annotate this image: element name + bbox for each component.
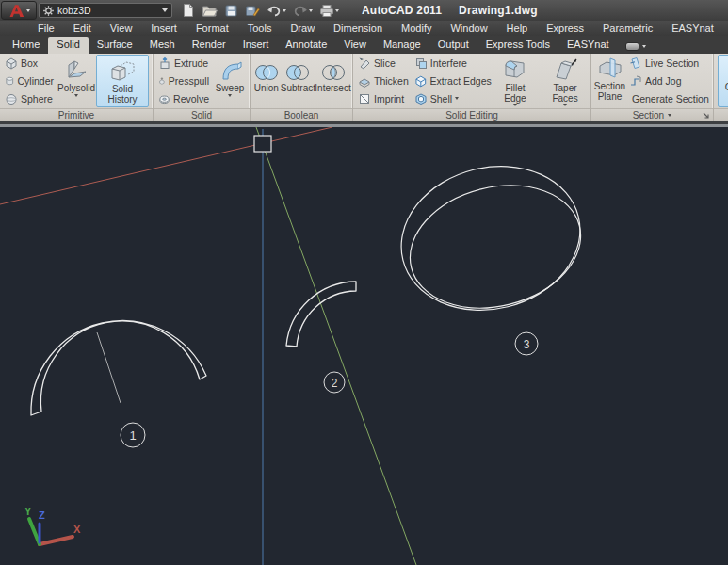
interfere-icon <box>414 56 428 70</box>
redo-button[interactable] <box>292 2 314 19</box>
menu-item-help[interactable]: Help <box>497 21 538 36</box>
extrude-button[interactable]: Extrude <box>155 55 212 72</box>
save-as-button[interactable] <box>244 2 261 19</box>
interfere-button[interactable]: Interfere <box>412 55 494 72</box>
taper-faces-button[interactable]: Taper Faces <box>542 55 589 107</box>
menu-item-dimension[interactable]: Dimension <box>324 21 392 36</box>
tab-easynat[interactable]: EASYnat <box>558 37 618 54</box>
open-button[interactable] <box>201 2 218 19</box>
sweep-icon <box>217 57 243 82</box>
panel-boolean: Union Subtract Intersect <box>251 54 353 121</box>
tab-insert[interactable]: Insert <box>235 37 278 54</box>
shell-button[interactable]: Shell <box>412 90 494 107</box>
menu-item-format[interactable]: Format <box>186 21 238 36</box>
sweep-caret-icon <box>228 94 232 97</box>
plot-button[interactable] <box>318 2 340 19</box>
live-section-button[interactable]: Live Section <box>626 55 711 72</box>
arc-band-1[interactable] <box>31 320 206 415</box>
polysolid-button[interactable]: Polysolid <box>57 55 96 107</box>
generate-section-button[interactable]: Generate Section <box>626 90 711 107</box>
menu-item-insert[interactable]: Insert <box>141 21 186 36</box>
add-jog-label: Add Jog <box>645 75 682 87</box>
sphere-button[interactable]: Sphere <box>2 90 57 107</box>
intersect-button[interactable]: Intersect <box>315 55 350 107</box>
model-space[interactable]: 1 2 3 X Y <box>0 127 728 565</box>
workspace-switcher[interactable]: kobz3D <box>39 3 172 18</box>
tab-surface[interactable]: Surface <box>89 37 141 54</box>
fillet-edge-label: Fillet Edge <box>494 84 536 104</box>
ucs-y-label: Y <box>24 506 32 517</box>
panel-title-section[interactable]: Section <box>591 108 713 121</box>
menu-item-file[interactable]: File <box>28 21 64 36</box>
union-button[interactable]: Union <box>252 55 281 107</box>
culling-button[interactable]: Culling <box>718 55 728 107</box>
generate-section-label: Generate Section <box>632 93 709 105</box>
section-dialog-launcher-icon[interactable] <box>703 112 710 120</box>
minimize-ribbon-button[interactable] <box>625 42 646 51</box>
shell-label: Shell <box>430 93 452 105</box>
presspull-button[interactable]: Presspull <box>155 73 212 89</box>
plot-caret-icon <box>335 9 339 12</box>
thicken-icon <box>358 74 371 88</box>
tab-home[interactable]: Home <box>4 37 48 54</box>
arc-band-2[interactable] <box>286 282 356 347</box>
extrude-label: Extrude <box>174 57 208 69</box>
tab-mesh[interactable]: Mesh <box>141 37 184 54</box>
thicken-button[interactable]: Thicken <box>355 73 412 89</box>
minimize-ribbon-caret-icon <box>642 45 646 48</box>
tab-view[interactable]: View <box>335 37 375 54</box>
imprint-button[interactable]: Imprint <box>355 90 412 107</box>
polysolid-caret-icon <box>74 94 78 97</box>
section-plane-button[interactable]: Section Plane <box>593 55 626 107</box>
polysolid-icon <box>63 57 89 82</box>
revolve-label: Revolve <box>173 93 209 105</box>
document-title: Drawing1.dwg <box>459 4 538 17</box>
tab-solid[interactable]: Solid <box>48 37 88 54</box>
tab-render[interactable]: Render <box>184 37 235 54</box>
add-jog-button[interactable]: Add Jog <box>626 73 711 89</box>
ring-3[interactable] <box>386 148 596 329</box>
tab-output[interactable]: Output <box>429 37 477 54</box>
menu-item-express[interactable]: Express <box>537 21 593 36</box>
menu-item-parametric[interactable]: Parametric <box>593 21 662 36</box>
undo-button[interactable] <box>266 2 287 19</box>
save-button[interactable] <box>223 2 239 19</box>
union-icon <box>253 63 280 82</box>
new-button[interactable] <box>180 2 196 19</box>
menu-item-draw[interactable]: Draw <box>281 21 324 36</box>
extract-edges-button[interactable]: Extract Edges <box>412 73 494 89</box>
fillet-edge-button[interactable]: Fillet Edge <box>494 55 536 107</box>
autocad-logo-icon <box>8 4 24 18</box>
title-bar: kobz3D <box>0 0 728 21</box>
menu-item-easynat[interactable]: EASYnat <box>662 21 723 36</box>
printer-icon <box>319 4 334 18</box>
arc-1-radius-line[interactable] <box>97 332 121 403</box>
box-button[interactable]: Box <box>2 55 57 72</box>
sweep-button[interactable]: Sweep <box>212 55 248 107</box>
cylinder-button[interactable]: Cylinder <box>2 73 57 89</box>
tab-manage[interactable]: Manage <box>375 37 429 54</box>
panel-title-solid: Solid <box>154 108 250 121</box>
taper-faces-label: Taper Faces <box>542 84 589 104</box>
extract-edges-icon <box>414 74 428 88</box>
application-menu-button[interactable] <box>1 1 37 20</box>
menu-item-tools[interactable]: Tools <box>238 21 282 36</box>
presspull-icon <box>158 74 166 88</box>
menu-item-modify[interactable]: Modify <box>392 21 441 36</box>
panel-selection: Culling <box>714 54 728 121</box>
ucs-y-arm <box>29 519 40 544</box>
drawing-canvas[interactable]: 1 2 3 X Y <box>0 127 728 565</box>
revolve-button[interactable]: Revolve <box>155 90 212 107</box>
tab-express-tools[interactable]: Express Tools <box>477 37 558 54</box>
intersect-label: Intersect <box>315 84 350 94</box>
tab-annotate[interactable]: Annotate <box>277 37 335 54</box>
menu-item-edit[interactable]: Edit <box>64 21 101 36</box>
add-jog-icon <box>629 74 642 88</box>
subtract-button[interactable]: Subtract <box>281 55 315 107</box>
menu-item-window[interactable]: Window <box>441 21 496 36</box>
menu-item-view[interactable]: View <box>101 21 142 36</box>
slice-button[interactable]: Slice <box>355 55 412 72</box>
subtract-icon <box>284 63 311 82</box>
solid-history-button[interactable]: Solid History <box>96 55 149 107</box>
thicken-label: Thicken <box>374 75 409 87</box>
